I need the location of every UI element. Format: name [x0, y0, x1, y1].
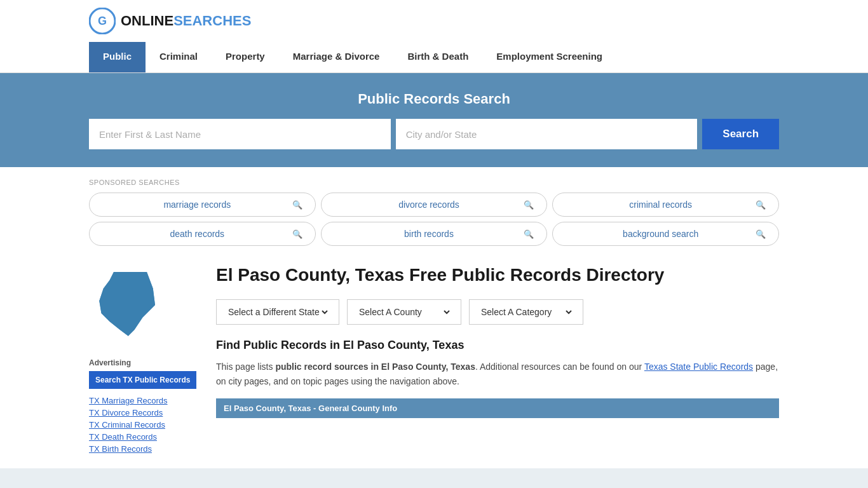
nav-item-birth-death[interactable]: Birth & Death [393, 42, 482, 72]
nav-item-marriage-divorce[interactable]: Marriage & Divorce [279, 42, 394, 72]
list-item: TX Marriage Records [89, 395, 203, 405]
logo-icon: G [89, 8, 116, 34]
category-select[interactable]: Select A Category Birth Records Death Re… [478, 306, 574, 318]
sidebar-ad-button[interactable]: Search TX Public Records [89, 371, 196, 389]
search-banner-title: Public Records Search [89, 91, 779, 107]
state-dropdown[interactable]: Select a Different State Alabama Alaska … [216, 299, 339, 325]
content-main: El Paso County, Texas Free Public Record… [216, 264, 779, 456]
category-dropdown[interactable]: Select A Category Birth Records Death Re… [469, 299, 583, 325]
svg-marker-3 [99, 272, 155, 336]
sidebar: Advertising Search TX Public Records TX … [89, 264, 216, 456]
sponsored-tag-background-search[interactable]: background search 🔍 [552, 222, 779, 246]
header: G ONLINESEARCHES [0, 0, 868, 42]
nav-item-property[interactable]: Property [212, 42, 279, 72]
sidebar-link-death[interactable]: TX Death Records [89, 432, 157, 442]
state-select[interactable]: Select a Different State Alabama Alaska … [226, 306, 330, 318]
main-content: SPONSORED SEARCHES marriage records 🔍 di… [0, 167, 868, 468]
nav-item-employment[interactable]: Employment Screening [482, 42, 616, 72]
search-form: Search [89, 119, 779, 149]
logo[interactable]: G ONLINESEARCHES [89, 8, 251, 34]
list-item: TX Divorce Records [89, 407, 203, 417]
search-icon: 🔍 [292, 200, 302, 210]
sidebar-ad-label: Advertising [89, 358, 203, 367]
list-item: TX Criminal Records [89, 419, 203, 430]
search-icon: 🔍 [292, 229, 302, 239]
nav-item-public[interactable]: Public [89, 42, 146, 72]
search-button[interactable]: Search [702, 119, 779, 149]
sidebar-link-birth[interactable]: TX Birth Records [89, 444, 152, 454]
sidebar-link-criminal[interactable]: TX Criminal Records [89, 420, 165, 430]
dropdowns: Select a Different State Alabama Alaska … [216, 299, 779, 325]
search-banner: Public Records Search Search [0, 73, 868, 167]
search-icon: 🔍 [524, 229, 534, 239]
svg-text:G: G [98, 15, 107, 27]
logo-text: ONLINESEARCHES [121, 13, 251, 29]
list-item: TX Death Records [89, 431, 203, 442]
sponsored-tag-criminal-records[interactable]: criminal records 🔍 [552, 193, 779, 217]
county-dropdown[interactable]: Select A County El Paso County Harris Co… [347, 299, 461, 325]
sidebar-link-divorce[interactable]: TX Divorce Records [89, 408, 163, 417]
location-input[interactable] [396, 119, 698, 149]
nav-item-criminal[interactable]: Criminal [146, 42, 212, 72]
sponsored-tag-death-records[interactable]: death records 🔍 [89, 222, 316, 246]
sponsored-tag-birth-records[interactable]: birth records 🔍 [321, 222, 548, 246]
sidebar-link-marriage[interactable]: TX Marriage Records [89, 396, 168, 405]
sponsored-label: SPONSORED SEARCHES [89, 179, 779, 186]
texas-state-link[interactable]: Texas State Public Records [644, 362, 753, 372]
main-nav: Public Criminal Property Marriage & Divo… [0, 42, 868, 73]
list-item: TX Birth Records [89, 444, 203, 454]
content-body: Advertising Search TX Public Records TX … [89, 251, 779, 468]
county-select[interactable]: Select A County El Paso County Harris Co… [356, 306, 452, 318]
sponsored-tag-marriage-records[interactable]: marriage records 🔍 [89, 193, 316, 217]
page-title: El Paso County, Texas Free Public Record… [216, 264, 779, 287]
search-icon: 🔍 [756, 200, 766, 210]
search-icon: 🔍 [756, 229, 766, 239]
search-icon: 🔍 [524, 200, 534, 210]
find-section-text: This page lists public record sources in… [216, 360, 779, 388]
texas-map [89, 264, 172, 346]
sponsored-tag-divorce-records[interactable]: divorce records 🔍 [321, 193, 548, 217]
county-info-bar: El Paso County, Texas - General County I… [216, 398, 779, 418]
sponsored-section: SPONSORED SEARCHES marriage records 🔍 di… [89, 167, 779, 251]
sponsored-grid: marriage records 🔍 divorce records 🔍 cri… [89, 193, 779, 246]
name-input[interactable] [89, 119, 391, 149]
sidebar-links: TX Marriage Records TX Divorce Records T… [89, 395, 203, 454]
find-section-title: Find Public Records in El Paso County, T… [216, 339, 779, 352]
